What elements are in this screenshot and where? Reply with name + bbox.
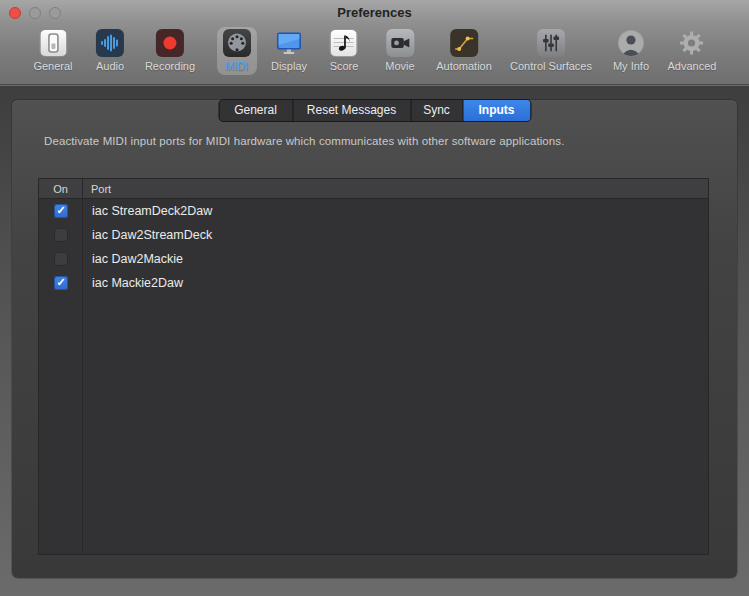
column-divider <box>82 179 83 554</box>
table-row[interactable]: iac Mackie2Daw <box>39 271 708 295</box>
port-enabled-checkbox[interactable] <box>54 204 68 218</box>
tab-reset-messages[interactable]: Reset Messages <box>293 100 410 121</box>
music-note-icon <box>330 29 358 57</box>
column-header-on: On <box>39 183 82 195</box>
midi-input-ports-table: On Port iac StreamDeck2Daw iac Daw2Strea… <box>38 178 709 555</box>
port-name: iac Daw2Mackie <box>83 252 183 266</box>
toolbar-label: Score <box>330 60 359 72</box>
midi-subtabs: General Reset Messages Sync Inputs <box>218 99 531 122</box>
toolbar-label: Audio <box>96 60 124 72</box>
toolbar-label: My Info <box>613 60 649 72</box>
port-name: iac StreamDeck2Daw <box>83 204 212 218</box>
toolbar-label: Automation <box>436 60 492 72</box>
port-enabled-checkbox[interactable] <box>54 252 68 266</box>
tab-sync[interactable]: Sync <box>411 100 462 121</box>
toolbar-item-audio[interactable]: Audio <box>90 27 130 75</box>
toolbar-label: Display <box>271 60 307 72</box>
port-name: iac Mackie2Daw <box>83 276 183 290</box>
window-title: Preferences <box>0 5 749 20</box>
toolbar-item-display[interactable]: Display <box>265 27 313 75</box>
video-camera-icon <box>386 29 414 57</box>
waveform-icon <box>96 29 124 57</box>
toolbar-item-general[interactable]: General <box>27 27 78 75</box>
toolbar-item-my-info[interactable]: My Info <box>607 27 655 75</box>
port-enabled-checkbox[interactable] <box>54 228 68 242</box>
inputs-description: Deactivate MIDI input ports for MIDI har… <box>44 135 564 147</box>
faders-icon <box>537 29 565 57</box>
preferences-body: Deactivate MIDI input ports for MIDI har… <box>0 86 749 596</box>
toolbar-label: MIDI <box>225 60 248 72</box>
toolbar-label: Recording <box>145 60 195 72</box>
midi-tab-panel: Deactivate MIDI input ports for MIDI har… <box>12 100 737 578</box>
table-header: On Port <box>39 179 708 199</box>
port-enabled-checkbox[interactable] <box>54 276 68 290</box>
toolbar-item-movie[interactable]: Movie <box>379 27 420 75</box>
switch-icon <box>39 29 67 57</box>
toolbar-item-midi[interactable]: MIDI <box>217 27 257 75</box>
toolbar-item-score[interactable]: Score <box>324 27 365 75</box>
tab-general[interactable]: General <box>219 100 292 121</box>
toolbar-item-control-surfaces[interactable]: Control Surfaces <box>504 27 598 75</box>
toolbar-label: General <box>33 60 72 72</box>
column-header-port: Port <box>82 183 111 195</box>
midi-din-icon <box>223 29 251 57</box>
person-icon <box>617 29 645 57</box>
toolbar-label: Movie <box>385 60 414 72</box>
toolbar-item-automation[interactable]: Automation <box>430 27 498 75</box>
table-row[interactable]: iac Daw2StreamDeck <box>39 223 708 247</box>
table-row[interactable]: iac StreamDeck2Daw <box>39 199 708 223</box>
toolbar-item-advanced[interactable]: Advanced <box>662 27 723 75</box>
gear-icon <box>678 29 706 57</box>
record-dot-icon <box>156 29 184 57</box>
port-name: iac Daw2StreamDeck <box>83 228 212 242</box>
toolbar-label: Control Surfaces <box>510 60 592 72</box>
toolbar-label: Advanced <box>668 60 717 72</box>
automation-curve-icon <box>450 29 478 57</box>
window-chrome: Preferences General <box>0 0 749 85</box>
toolbar-item-recording[interactable]: Recording <box>139 27 201 75</box>
tab-inputs[interactable]: Inputs <box>463 100 530 121</box>
table-row[interactable]: iac Daw2Mackie <box>39 247 708 271</box>
monitor-icon <box>275 29 303 57</box>
